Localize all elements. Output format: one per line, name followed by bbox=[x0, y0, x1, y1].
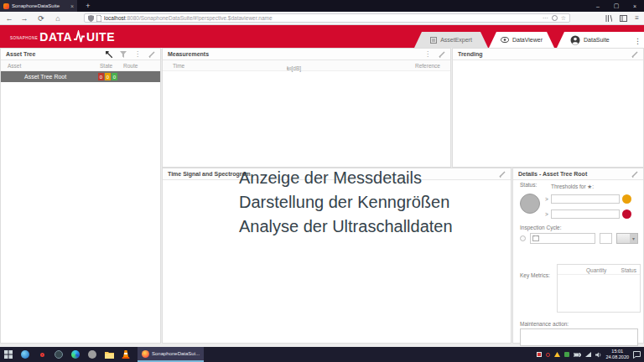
taskbar-active-app-label: SonaphoneDataSui... bbox=[152, 351, 200, 356]
col-time: Time bbox=[173, 63, 184, 69]
details-panel: Details - Asset Tree Root Status: Thresh… bbox=[512, 168, 644, 344]
inspection-checkbox[interactable] bbox=[520, 235, 526, 241]
taskbar-active-app[interactable]: SonaphoneDataSui... bbox=[138, 347, 204, 362]
new-tab-button[interactable]: + bbox=[82, 0, 94, 12]
measurements-title: Measurements bbox=[168, 51, 424, 57]
inspection-unit-select[interactable]: ▾ bbox=[616, 233, 638, 244]
home-button[interactable]: ⌂ bbox=[52, 12, 64, 24]
key-metrics-table: Quantity Status bbox=[557, 264, 641, 313]
volume-icon[interactable] bbox=[595, 352, 601, 358]
window-close-button[interactable]: × bbox=[626, 0, 644, 12]
gt-label: > bbox=[545, 211, 548, 217]
app-header: SONAPHONE DATA UITE AssetExpert DataView… bbox=[0, 25, 644, 48]
network-icon[interactable] bbox=[585, 352, 591, 357]
tab-dataviewer[interactable]: DataViewer bbox=[489, 32, 554, 48]
trending-panel: Trending bbox=[452, 48, 644, 168]
browser-titlebar: SonaphoneDataSuite × + – ▢ × bbox=[0, 0, 644, 12]
tool-icon[interactable] bbox=[106, 51, 112, 58]
inspection-interval-input[interactable] bbox=[600, 233, 612, 244]
menu-icon[interactable]: ≡ bbox=[635, 14, 639, 22]
tray-app1-icon[interactable] bbox=[537, 352, 542, 357]
address-bar[interactable]: localhost:8080/SonaphoneDataSuite/#!pers… bbox=[84, 13, 570, 23]
col-asset: Asset bbox=[8, 63, 21, 69]
library-icon[interactable] bbox=[605, 15, 612, 22]
window-maximize-button[interactable]: ▢ bbox=[607, 0, 626, 12]
inspection-cycle-row: ▾ bbox=[520, 232, 638, 244]
more-actions-icon[interactable]: ⋯ bbox=[543, 15, 548, 21]
windows-taskbar: SonaphoneDataSui... 15:01 24.08.2020 bbox=[0, 347, 644, 362]
col-state: State bbox=[100, 63, 112, 69]
taskbar-clock[interactable]: 15:01 24.08.2020 bbox=[605, 349, 629, 360]
window-minimize-button[interactable]: – bbox=[589, 0, 607, 12]
user-avatar-icon bbox=[570, 35, 580, 45]
tray-opera-icon[interactable] bbox=[546, 353, 550, 357]
start-button[interactable] bbox=[0, 347, 17, 362]
favicon-icon bbox=[3, 3, 9, 9]
time-signal-title: Time Signal and Spectrogram bbox=[168, 171, 499, 177]
system-tray: 15:01 24.08.2020 bbox=[537, 349, 644, 360]
shield-icon[interactable] bbox=[88, 15, 94, 22]
trending-title: Trending bbox=[458, 51, 631, 57]
maintenance-action-textarea[interactable] bbox=[520, 328, 638, 346]
col-quantity: Quantity bbox=[586, 267, 606, 273]
status-label: Status: bbox=[520, 182, 537, 188]
time-signal-panel: Time Signal and Spectrogram bbox=[162, 168, 512, 344]
forward-button[interactable]: → bbox=[18, 12, 30, 24]
eye-icon bbox=[501, 37, 509, 43]
obs-icon[interactable] bbox=[50, 347, 67, 362]
tray-green-icon[interactable] bbox=[564, 352, 569, 357]
firefox-icon bbox=[142, 350, 149, 358]
col-leq: Leq [dB] bbox=[287, 63, 292, 70]
measurements-edit-icon[interactable] bbox=[439, 51, 445, 58]
file-explorer-icon[interactable] bbox=[101, 347, 117, 362]
details-edit-icon[interactable] bbox=[631, 171, 638, 178]
threshold-row-upper: > bbox=[545, 194, 631, 204]
trending-edit-icon[interactable] bbox=[631, 51, 638, 58]
key-metrics-column-header: Quantity Status bbox=[558, 265, 640, 275]
assetexpert-icon bbox=[430, 37, 437, 44]
back-button[interactable]: ← bbox=[3, 12, 15, 24]
header-kebab-icon[interactable]: ⋮ bbox=[634, 38, 641, 45]
user-menu[interactable]: DataSuite bbox=[557, 32, 644, 48]
opera-icon[interactable] bbox=[34, 347, 50, 362]
col-route: Route bbox=[123, 63, 138, 69]
tab-close-icon[interactable]: × bbox=[70, 3, 74, 9]
calendar-icon bbox=[532, 235, 539, 241]
asset-tree-edit-icon[interactable] bbox=[148, 51, 155, 58]
inspection-date-input[interactable] bbox=[530, 233, 595, 244]
threshold-upper-color-dot bbox=[622, 194, 631, 204]
asset-tree-root-row[interactable]: Asset Tree Root 0 0 0 bbox=[1, 71, 160, 82]
pulse-icon bbox=[74, 30, 85, 44]
vlc-icon[interactable] bbox=[117, 347, 134, 362]
threshold-row-lower: > bbox=[545, 209, 631, 219]
browser-tab[interactable]: SonaphoneDataSuite × bbox=[0, 0, 77, 12]
tray-warning-icon[interactable] bbox=[554, 352, 560, 357]
measurements-kebab-icon[interactable]: ⋮ bbox=[424, 51, 431, 58]
battery-icon[interactable] bbox=[574, 353, 581, 357]
action-center-icon[interactable] bbox=[633, 351, 641, 359]
reload-button[interactable]: ⟳ bbox=[35, 12, 47, 24]
browser-toolbar: ← → ⟳ ⌂ localhost:8080/SonaphoneDataSuit… bbox=[0, 12, 644, 25]
chevron-down-icon: ▾ bbox=[630, 234, 637, 243]
col-status: Status bbox=[621, 267, 636, 273]
tab-assetexpert[interactable]: AssetExpert bbox=[414, 32, 488, 48]
asset-tree-kebab-icon[interactable]: ⋮ bbox=[134, 51, 141, 58]
url-text[interactable]: localhost:8080/SonaphoneDataSuite/#!pers… bbox=[104, 15, 540, 21]
taskbar-app1-icon[interactable] bbox=[17, 347, 34, 362]
tab-dataviewer-label: DataViewer bbox=[512, 37, 543, 43]
sidebar-icon[interactable] bbox=[620, 15, 627, 22]
threshold-lower-color-dot bbox=[622, 209, 631, 219]
logo-uite-text: UITE bbox=[86, 30, 115, 44]
bookmark-star-icon[interactable]: ☆ bbox=[561, 15, 566, 21]
threshold-upper-input[interactable] bbox=[551, 194, 620, 204]
threshold-lower-input[interactable] bbox=[551, 209, 620, 219]
time-signal-edit-icon[interactable] bbox=[499, 171, 506, 178]
page-info-icon[interactable] bbox=[96, 15, 101, 22]
edge-icon[interactable] bbox=[67, 347, 84, 362]
taskbar-app2-icon[interactable] bbox=[84, 347, 101, 362]
url-path: :8080/SonaphoneDataSuite/#!perspective.$… bbox=[126, 15, 273, 21]
logo-sonaphone-text: SONAPHONE bbox=[10, 36, 38, 40]
app-logo: SONAPHONE DATA UITE bbox=[10, 25, 115, 48]
filter-icon[interactable] bbox=[120, 51, 127, 58]
pocket-icon[interactable] bbox=[552, 15, 558, 21]
